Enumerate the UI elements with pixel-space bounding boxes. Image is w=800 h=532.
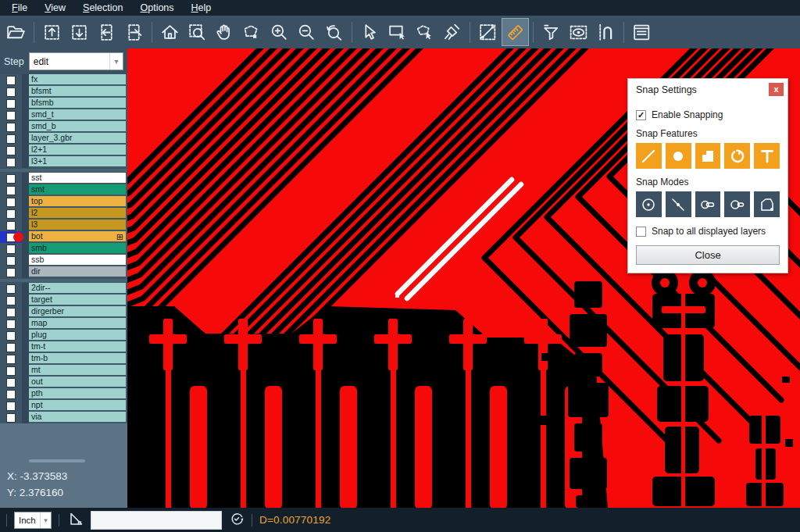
dialog-close-icon[interactable]: x — [769, 83, 784, 96]
snap-all-layers-checkbox[interactable] — [636, 227, 646, 237]
layer-row[interactable]: tm-t — [0, 341, 127, 353]
snap-arc-icon[interactable] — [724, 143, 750, 169]
snap-midpoint-icon[interactable] — [666, 191, 691, 217]
snap-center-icon[interactable] — [636, 191, 662, 217]
layer-row[interactable]: smt — [0, 184, 127, 196]
enable-snapping-checkbox[interactable]: ✓ — [636, 110, 646, 120]
layer-label[interactable]: smd_b — [29, 121, 127, 133]
layer-visibility-checkbox[interactable] — [0, 306, 22, 318]
layer-label[interactable]: pth — [29, 388, 127, 400]
layer-label[interactable]: mt — [29, 365, 127, 377]
menu-item-options[interactable]: Options — [131, 1, 182, 15]
layer-label[interactable]: npt — [29, 400, 127, 412]
zoom-polygon-button[interactable] — [238, 18, 266, 46]
layer-row[interactable]: plug — [0, 330, 127, 341]
layer-visibility-checkbox[interactable] — [0, 220, 22, 231]
layer-label[interactable]: l3 — [29, 220, 127, 231]
snap-contour-icon[interactable] — [754, 191, 780, 217]
pan-view-down-button[interactable] — [66, 18, 93, 46]
layer-visibility-checkbox[interactable] — [0, 184, 22, 196]
layer-label[interactable]: top — [29, 196, 127, 208]
layer-visibility-checkbox[interactable] — [0, 109, 22, 121]
layer-label[interactable]: 2dir-- — [29, 283, 127, 295]
layer-visibility-checkbox[interactable] — [0, 388, 22, 400]
layer-row[interactable]: target — [0, 295, 127, 306]
zoom-window-button[interactable] — [184, 18, 211, 46]
layer-visibility-checkbox[interactable] — [0, 365, 22, 377]
layer-visibility-checkbox[interactable] — [0, 412, 22, 423]
command-input[interactable] — [91, 511, 222, 530]
ruler-tool-button[interactable] — [502, 18, 529, 46]
open-file-button[interactable] — [2, 18, 30, 46]
scrollbar-thumb[interactable] — [29, 459, 85, 462]
layer-visibility-checkbox[interactable] — [0, 295, 22, 306]
select-rectangle-button[interactable] — [384, 18, 411, 46]
layer-row[interactable]: l2 — [0, 208, 127, 220]
layer-row[interactable]: bfsmt — [0, 86, 127, 98]
layer-label[interactable]: layer_3.gbr — [29, 133, 127, 145]
layer-label[interactable]: dirgerber — [29, 306, 127, 318]
snap-settings-button[interactable] — [592, 18, 620, 46]
layer-visibility-checkbox[interactable] — [0, 86, 22, 98]
measure-point-to-point-button[interactable] — [474, 18, 502, 46]
layer-row[interactable]: pth — [0, 388, 127, 400]
layer-visibility-checkbox[interactable] — [0, 283, 22, 295]
layer-row[interactable]: map — [0, 318, 127, 330]
zoom-in-button[interactable] — [266, 18, 293, 46]
view-visibility-button[interactable] — [565, 18, 592, 46]
clear-selection-brush-button[interactable] — [438, 18, 466, 46]
sync-check-icon[interactable] — [229, 511, 245, 530]
snap-slot-icon[interactable] — [695, 191, 721, 217]
layer-visibility-checkbox[interactable] — [0, 255, 22, 266]
layer-label[interactable]: l2 — [29, 208, 127, 220]
layer-row[interactable]: out — [0, 377, 127, 388]
layer-label[interactable]: out — [29, 377, 127, 388]
layer-visibility-checkbox[interactable] — [0, 121, 22, 133]
layer-visibility-checkbox[interactable] — [0, 377, 22, 388]
pan-view-up-button[interactable] — [38, 18, 66, 46]
layer-row[interactable]: npt — [0, 400, 127, 412]
layer-visibility-checkbox[interactable] — [0, 353, 22, 365]
layer-label[interactable]: l2+1 — [29, 145, 127, 156]
layer-label[interactable]: target — [29, 295, 127, 306]
snap-line-icon[interactable] — [636, 143, 662, 169]
layer-label[interactable]: dir — [29, 266, 127, 278]
dialog-titlebar[interactable]: Snap Settings x — [628, 79, 788, 100]
report-panel-button[interactable] — [628, 18, 655, 46]
menu-item-help[interactable]: Help — [183, 1, 220, 15]
layer-visibility-checkbox[interactable] — [0, 266, 22, 278]
layer-row[interactable]: ssb — [0, 255, 127, 266]
layer-visibility-checkbox[interactable] — [0, 156, 22, 168]
layer-visibility-checkbox[interactable] — [0, 74, 22, 86]
layer-label[interactable]: plug — [29, 330, 127, 341]
zoom-previous-button[interactable] — [320, 18, 348, 46]
layer-visibility-checkbox[interactable] — [0, 400, 22, 412]
layer-row[interactable]: fx — [0, 74, 127, 86]
snap-circle-icon[interactable] — [666, 143, 691, 169]
layer-visibility-checkbox[interactable] — [0, 208, 22, 220]
layer-label[interactable]: smd_t — [29, 109, 127, 121]
layer-label[interactable]: tm-b — [29, 353, 127, 365]
layer-visibility-checkbox[interactable] — [0, 133, 22, 145]
layer-row[interactable]: sst — [0, 173, 127, 184]
layer-label[interactable]: ssb — [29, 255, 127, 266]
pan-view-left-button[interactable] — [93, 18, 120, 46]
layer-label[interactable]: smt — [29, 184, 127, 196]
layer-row[interactable]: bfsmb — [0, 98, 127, 109]
layer-visibility-checkbox[interactable] — [0, 196, 22, 208]
layer-row[interactable]: smd_b — [0, 121, 127, 133]
layer-row[interactable]: via — [0, 412, 127, 423]
layer-visibility-checkbox[interactable] — [0, 341, 22, 353]
layer-row[interactable]: top — [0, 196, 127, 208]
pan-hand-button[interactable] — [211, 18, 238, 46]
layer-row[interactable]: 2dir-- — [0, 283, 127, 295]
layer-row[interactable]: dirgerber — [0, 306, 127, 318]
layer-label[interactable]: via — [29, 412, 127, 423]
menu-item-selection[interactable]: Selection — [74, 1, 131, 15]
layer-label[interactable]: sst — [29, 173, 127, 184]
layer-row[interactable]: layer_3.gbr — [0, 133, 127, 145]
menu-item-file[interactable]: File — [3, 1, 36, 15]
layer-visibility-checkbox[interactable] — [0, 98, 22, 109]
home-view-button[interactable] — [156, 18, 184, 46]
layer-label[interactable]: fx — [29, 74, 127, 86]
